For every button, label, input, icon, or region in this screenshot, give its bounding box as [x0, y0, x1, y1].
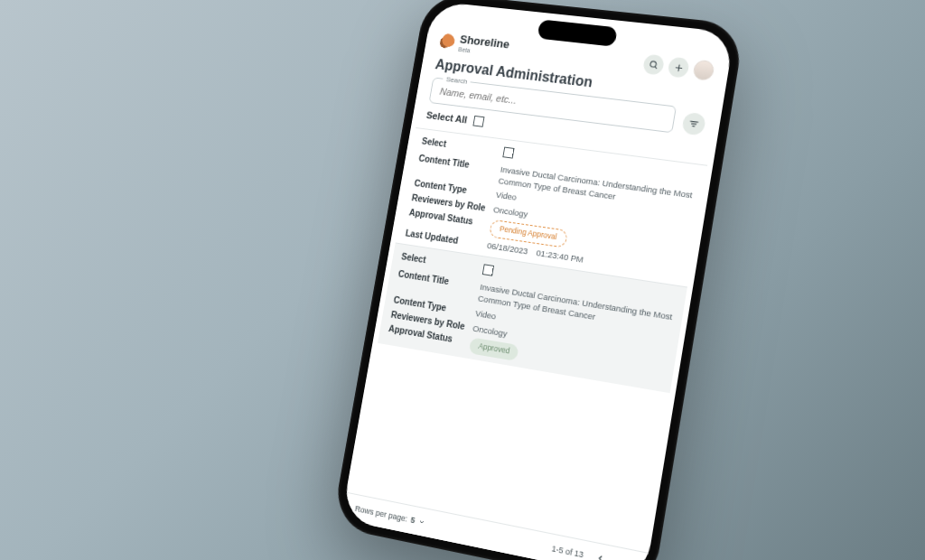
chevron-down-icon [417, 518, 425, 526]
pagination-range: 1-5 of 13 [551, 544, 584, 559]
filter-button[interactable] [681, 112, 706, 136]
svg-line-5 [692, 124, 696, 125]
rows-per-page[interactable]: Rows per page: 5 [354, 504, 425, 527]
records-list: Select Content Title Invasive Ductal Car… [346, 126, 713, 553]
user-avatar[interactable] [692, 60, 715, 81]
brand-logo-icon [438, 33, 455, 50]
search-icon [648, 60, 659, 70]
phone-screen: Shoreline Beta [341, 1, 735, 560]
svg-line-3 [675, 67, 681, 68]
record-checkbox[interactable] [482, 265, 494, 276]
phone-frame: Shoreline Beta [332, 0, 745, 560]
record-checkbox[interactable] [502, 147, 514, 159]
app-root: Shoreline Beta [341, 1, 735, 560]
add-button[interactable] [667, 57, 689, 79]
svg-line-1 [654, 66, 657, 69]
rows-per-page-label: Rows per page: [354, 504, 408, 524]
brand-text: Shoreline Beta [458, 33, 510, 58]
search-button[interactable] [642, 54, 665, 76]
select-all-checkbox[interactable] [472, 116, 484, 127]
plus-icon [673, 62, 685, 73]
prev-page-button[interactable] [591, 548, 610, 560]
brand[interactable]: Shoreline Beta [438, 32, 510, 58]
rows-per-page-value: 5 [410, 515, 416, 525]
filter-icon [687, 117, 700, 129]
record-updated-date: 06/18/2023 [486, 240, 528, 257]
chevron-left-icon [595, 553, 606, 560]
next-page-button[interactable] [616, 554, 635, 560]
phone-mockup: Shoreline Beta [368, 0, 702, 560]
svg-point-0 [649, 61, 656, 67]
svg-line-4 [691, 121, 698, 122]
